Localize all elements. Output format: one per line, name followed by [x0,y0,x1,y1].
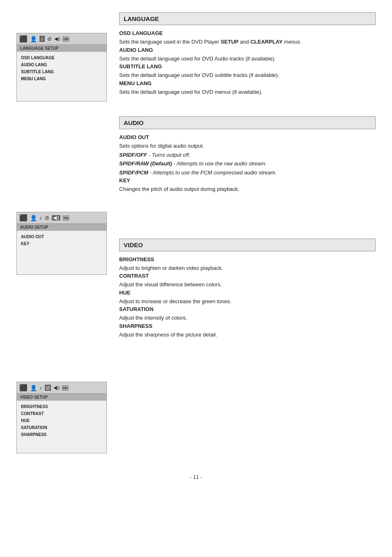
monitor-icon-3: ⬛ [19,384,28,392]
video-menu-label: VIDEO SETUP [17,394,106,401]
speaker-icon-3: ◀)) [53,385,60,390]
menu-item-osd-language: OSD LANGUAGE [21,54,102,61]
page-layout: ⬛ 👤 ♪ ⊘ ◀)) DD LANGUAGE SETUP OSD LANGUA… [16,12,376,466]
subtitle-lang-entry: SUBTITLE LANG Sets the default language … [119,63,376,79]
contrast-desc: Adjust the visual difference between col… [119,281,376,289]
hue-entry: HUE Adjust to increase or decrease the g… [119,290,376,306]
audio-menu-label: AUDIO SETUP [17,224,106,231]
menu-item-key: KEY [21,240,102,247]
audio-out-desc-1: Sets options for digital audio output. [119,142,376,150]
video-header: VIDEO [119,239,376,251]
slash-icon: ⊘ [47,36,52,42]
speaker-icon: ◀)) [54,36,60,42]
sharpness-title: SHARPNESS [119,323,376,329]
menu-item-subtitle-lang: SUBTITLE LANG [21,68,102,75]
music-icon: ♪ [39,36,45,42]
osd-language-title: OSD LANGUAGE [119,30,376,36]
menu-lang-entry: MENU LANG Sets the default language used… [119,80,376,96]
audio-menu-items: AUDIO OUT KEY [17,231,106,274]
audio-lang-desc: Sets the default language used for DVD A… [119,55,376,63]
menu-item-menu-lang: MENU LANG [21,75,102,82]
menu-item-audio-out: AUDIO OUT [21,233,102,240]
audio-out-entry: AUDIO OUT Sets options for digital audio… [119,134,376,176]
key-title: KEY [119,177,376,183]
video-menu-box: ⬛ 👤 ♪ ⊘ ◀)) DD VIDEO SETUP BRIGHTNESS CO… [16,382,107,453]
menu-item-brightness: BRIGHTNESS [21,403,102,410]
language-menu-icons: ⬛ 👤 ♪ ⊘ ◀)) DD [17,33,106,45]
music-icon-2: ♪ [39,215,42,221]
language-header: LANGUAGE [119,12,376,25]
audio-lang-entry: AUDIO LANG Sets the default language use… [119,47,376,63]
sharpness-entry: SHARPNESS Adjust the sharpness of the pi… [119,323,376,339]
hue-desc: Adjust to increase or decrease the green… [119,297,376,306]
menu-item-saturation: SATURATION [21,424,102,431]
menu-lang-desc: Sets the default language used for DVD m… [119,88,376,96]
language-menu-items: OSD LANGUAGE AUDIO LANG SUBTITLE LANG ME… [17,52,106,101]
contrast-title: CONTRAST [119,273,376,279]
dd-icon: DD [63,37,69,42]
person-icon: 👤 [30,36,37,42]
monitor-icon-2: ⬛ [19,214,28,222]
language-menu-label: LANGUAGE SETUP [17,45,106,52]
saturation-title: SATURATION [119,306,376,312]
person-icon-2: 👤 [30,215,37,221]
video-section: VIDEO BRIGHTNESS Adjust to brighten or d… [119,239,376,339]
monitor-icon: ⬛ [19,35,28,43]
audio-out-title: AUDIO OUT [119,134,376,140]
language-section: LANGUAGE OSD LANGUAGE Sets the language … [119,12,376,96]
hue-title: HUE [119,290,376,296]
dd-icon-2: DD [63,216,69,220]
left-column: ⬛ 👤 ♪ ⊘ ◀)) DD LANGUAGE SETUP OSD LANGUA… [16,12,107,466]
saturation-entry: SATURATION Adjust the intensity of color… [119,306,376,322]
video-menu-icons: ⬛ 👤 ♪ ⊘ ◀)) DD [17,382,106,394]
brightness-entry: BRIGHTNESS Adjust to brighten or darken … [119,256,376,272]
saturation-desc: Adjust the intensity of colors. [119,314,376,322]
osd-language-entry: OSD LANGUAGE Sets the language used in t… [119,30,376,46]
slash-icon-3: ⊘ [45,385,51,391]
person-icon-3: 👤 [30,385,37,391]
audio-out-desc-3: SPIDF/RAW (Default) - Attempts to use th… [119,160,376,168]
osd-language-desc: Sets the language used in the DVD Player… [119,38,376,46]
audio-lang-title: AUDIO LANG [119,47,376,53]
key-desc: Changes the pitch of audio output during… [119,185,376,193]
language-menu-box: ⬛ 👤 ♪ ⊘ ◀)) DD LANGUAGE SETUP OSD LANGUA… [16,33,107,102]
slash-icon-2: ⊘ [45,215,49,221]
menu-item-contrast: CONTRAST [21,410,102,417]
audio-out-desc-2: SPIDF/OFF - Turns output off. [119,151,376,159]
menu-item-audio-lang: AUDIO LANG [21,61,102,68]
right-column: LANGUAGE OSD LANGUAGE Sets the language … [119,12,376,466]
key-entry: KEY Changes the pitch of audio output du… [119,177,376,193]
page-number: - 11 - [16,474,376,480]
music-icon-3: ♪ [39,385,42,391]
video-menu-items: BRIGHTNESS CONTRAST HUE SATURATION SHARP… [17,401,106,453]
speaker-icon-2: ◀)) [52,215,60,220]
audio-header: AUDIO [119,116,376,129]
subtitle-lang-title: SUBTITLE LANG [119,63,376,70]
menu-lang-title: MENU LANG [119,80,376,86]
menu-item-hue: HUE [21,417,102,424]
brightness-desc: Adjust to brighten or darken video playb… [119,264,376,272]
brightness-title: BRIGHTNESS [119,256,376,262]
audio-menu-icons: ⬛ 👤 ♪ ⊘ ◀)) DD [17,212,106,224]
menu-item-sharpness: SHARPNESS [21,431,102,438]
contrast-entry: CONTRAST Adjust the visual difference be… [119,273,376,289]
audio-out-desc-4: SPIDF/PCM - Attempts to use the PCM comp… [119,169,376,177]
audio-menu-box: ⬛ 👤 ♪ ⊘ ◀)) DD AUDIO SETUP AUDIO OUT KEY [16,212,107,275]
subtitle-lang-desc: Sets the default language used for DVD s… [119,71,376,79]
sharpness-desc: Adjust the sharpness of the picture deta… [119,331,376,339]
audio-section: AUDIO AUDIO OUT Sets options for digital… [119,116,376,193]
dd-icon-3: DD [62,385,68,390]
